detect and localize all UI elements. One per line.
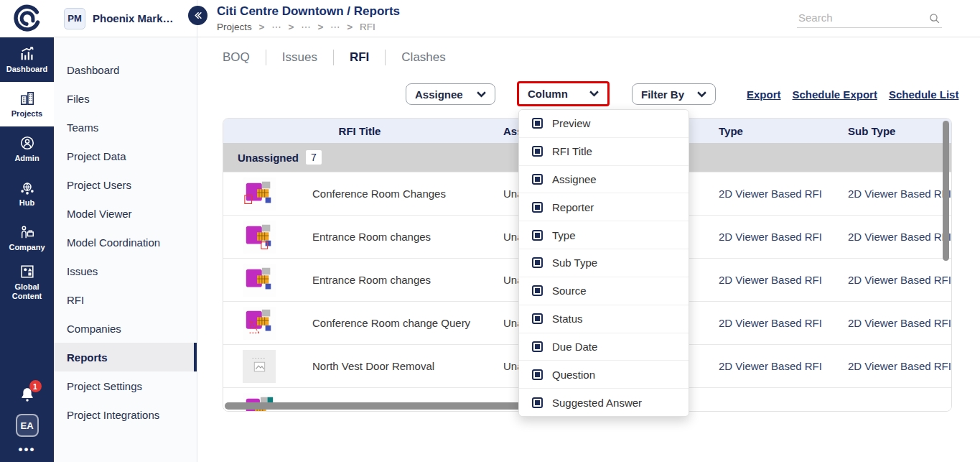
- preview-cell[interactable]: [223, 221, 295, 254]
- checkbox-checked-icon[interactable]: [532, 174, 543, 185]
- sidebar-item-admin[interactable]: Admin: [0, 126, 54, 171]
- breadcrumb-projects[interactable]: Projects: [217, 22, 252, 32]
- checkbox-checked-icon[interactable]: [532, 118, 543, 129]
- vertical-scrollbar[interactable]: [943, 121, 949, 261]
- checkbox-checked-icon[interactable]: [532, 202, 543, 213]
- sub-type-cell: 2D Viewer Based RFI: [848, 188, 951, 200]
- global-content-icon: [19, 264, 35, 279]
- user-avatar[interactable]: EA: [16, 414, 39, 437]
- breadcrumb-separator: >: [347, 22, 353, 32]
- column-menu-item-suggested-answer[interactable]: Suggested Answer: [519, 388, 689, 416]
- column-menu-item-type[interactable]: Type: [519, 221, 689, 249]
- column-menu-item-assignee[interactable]: Assignee: [519, 165, 689, 193]
- project-nav-reports[interactable]: Reports: [54, 343, 197, 371]
- sidebar-item-label: Company: [7, 243, 46, 252]
- menu-item-label: Due Date: [552, 341, 597, 353]
- assignee-dropdown[interactable]: Assignee: [406, 83, 495, 105]
- project-sidebar: PM Phoenix Mark… Dashboard Files Teams P…: [54, 0, 197, 462]
- rfi-title-cell: North Vest Door Removal: [295, 360, 496, 372]
- sidebar-collapse-button[interactable]: [188, 6, 207, 25]
- group-count-badge: 7: [306, 150, 322, 165]
- column-dropdown-menu: Preview RFI Title Assignee Reporter Type…: [518, 109, 689, 417]
- checkbox-checked-icon[interactable]: [532, 230, 543, 241]
- column-menu-item-preview[interactable]: Preview: [519, 110, 689, 137]
- menu-item-label: Source: [552, 285, 587, 297]
- preview-cell[interactable]: [223, 177, 295, 211]
- project-nav-dashboard[interactable]: Dashboard: [54, 55, 197, 84]
- workspace-badge: PM: [64, 8, 85, 29]
- project-nav-rfi[interactable]: RFI: [54, 285, 197, 314]
- sidebar-item-dashboard[interactable]: Dashboard: [0, 37, 54, 82]
- sidebar-item-company[interactable]: Company: [0, 216, 54, 260]
- schedule-export-link[interactable]: Schedule Export: [793, 88, 877, 101]
- column-menu-item-due-date[interactable]: Due Date: [519, 333, 689, 361]
- sub-type-cell: 2D Viewer Based RFI: [848, 317, 951, 329]
- logo-swirl-icon: [13, 4, 42, 33]
- rfi-title-cell: Conference Room change Query: [295, 317, 496, 329]
- rfi-title-cell: Conference Room Changes: [295, 188, 496, 200]
- tab-boq[interactable]: BOQ: [223, 50, 266, 65]
- sidebar-item-hub[interactable]: Hub: [0, 171, 54, 216]
- sub-type-cell: 2D Viewer Based RFI: [848, 274, 951, 286]
- menu-item-label: Preview: [552, 117, 590, 129]
- project-nav-project-integrations[interactable]: Project Integrations: [54, 400, 197, 429]
- preview-cell[interactable]: [223, 264, 295, 297]
- checkbox-checked-icon[interactable]: [532, 257, 543, 268]
- preview-cell[interactable]: [223, 307, 295, 340]
- project-nav-files[interactable]: Files: [54, 84, 197, 113]
- sub-type-cell: 2D Viewer Based RFI: [848, 231, 951, 243]
- tab-issues[interactable]: Issues: [266, 50, 333, 65]
- menu-item-label: Status: [552, 313, 583, 325]
- sidebar-item-projects[interactable]: Projects: [0, 82, 54, 126]
- column-menu-item-reporter[interactable]: Reporter: [519, 193, 689, 221]
- company-icon: [19, 224, 35, 240]
- primary-nav: Dashboard Projects Admin: [0, 37, 54, 305]
- type-cell: 2D Viewer Based RFI: [719, 188, 848, 200]
- project-nav-issues[interactable]: Issues: [54, 257, 197, 285]
- project-nav-project-data[interactable]: Project Data: [54, 142, 197, 170]
- breadcrumb-ellipsis[interactable]: ⋯: [330, 22, 340, 32]
- app-logo[interactable]: [0, 0, 54, 37]
- breadcrumb-rfi: RFI: [360, 22, 375, 32]
- preview-cell[interactable]: [223, 350, 295, 383]
- floorplan-thumbnail: [243, 264, 276, 297]
- breadcrumb-ellipsis[interactable]: ⋯: [271, 22, 281, 32]
- checkbox-checked-icon[interactable]: [532, 146, 543, 157]
- main-content: BOQ Issues RFI Clashes Assignee Column F…: [197, 37, 980, 462]
- column-menu-item-question[interactable]: Question: [519, 360, 689, 388]
- column-menu-item-sub-type[interactable]: Sub Type: [519, 249, 689, 277]
- checkbox-checked-icon[interactable]: [532, 397, 543, 408]
- tab-rfi[interactable]: RFI: [334, 50, 385, 65]
- more-options-button[interactable]: •••: [19, 446, 36, 453]
- column-menu-item-source[interactable]: Source: [519, 277, 689, 305]
- workspace-row[interactable]: PM Phoenix Mark…: [54, 0, 197, 37]
- project-nav-model-coordination[interactable]: Model Coordination: [54, 228, 197, 257]
- checkbox-checked-icon[interactable]: [532, 285, 543, 296]
- project-nav-project-users[interactable]: Project Users: [54, 170, 197, 199]
- tab-clashes[interactable]: Clashes: [386, 50, 461, 65]
- project-nav-teams[interactable]: Teams: [54, 113, 197, 142]
- search-icon[interactable]: [928, 12, 941, 27]
- checkbox-checked-icon[interactable]: [532, 313, 543, 324]
- project-nav-companies[interactable]: Companies: [54, 314, 197, 343]
- filter-by-dropdown[interactable]: Filter By: [632, 83, 716, 105]
- project-nav-project-settings[interactable]: Project Settings: [54, 371, 197, 400]
- checkbox-checked-icon[interactable]: [532, 341, 543, 352]
- sub-type-cell: 2D Viewer Based RFI: [848, 360, 951, 372]
- schedule-list-link[interactable]: Schedule List: [889, 88, 959, 101]
- breadcrumb-ellipsis[interactable]: ⋯: [301, 22, 311, 32]
- app-window: Dashboard Projects Admin: [0, 0, 980, 462]
- type-cell: 2D Viewer Based RFI: [719, 360, 848, 372]
- column-dropdown[interactable]: Column: [517, 81, 610, 106]
- project-nav-model-viewer[interactable]: Model Viewer: [54, 199, 197, 228]
- column-header-rfi-title: RFI Title: [223, 125, 496, 137]
- notifications-button[interactable]: 1: [18, 386, 37, 405]
- menu-item-label: Reporter: [552, 201, 594, 213]
- export-link[interactable]: Export: [747, 88, 781, 101]
- column-menu-item-rfi-title[interactable]: RFI Title: [519, 137, 689, 165]
- checkbox-checked-icon[interactable]: [532, 369, 543, 380]
- search-input[interactable]: [797, 9, 942, 28]
- search-field: [797, 9, 942, 28]
- sidebar-item-global-content[interactable]: Global Content: [0, 260, 54, 305]
- column-menu-item-status[interactable]: Status: [519, 305, 689, 333]
